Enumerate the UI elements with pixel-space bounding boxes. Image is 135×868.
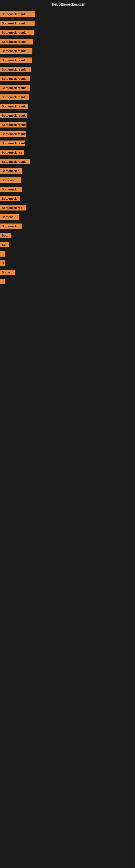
result-badge[interactable]: B	[0, 260, 5, 266]
result-badge[interactable]: Bottleneck	[0, 196, 20, 201]
result-badge[interactable]: Bott	[0, 233, 11, 238]
result-badge[interactable]: Bottleneck result	[0, 94, 29, 100]
result-item: Bottleneck result	[0, 58, 135, 63]
result-badge[interactable]: Bottleneck result	[0, 104, 28, 109]
result-badge[interactable]: Bo	[0, 242, 9, 247]
result-item: Bo	[0, 242, 135, 247]
result-item: Bottleneck result	[0, 122, 135, 127]
result-item: Bottleneck result	[0, 159, 135, 164]
result-badge[interactable]: Bottleneck result	[0, 11, 35, 17]
result-badge[interactable]: Bottleneck result	[0, 76, 30, 82]
result-badge[interactable]: Bottlene	[0, 214, 19, 220]
result-item: Bottleneck result	[0, 48, 135, 54]
result-item: Bottleneck res	[0, 150, 135, 155]
result-item: Bottleneck res	[0, 205, 135, 211]
result-badge[interactable]: |	[0, 279, 5, 284]
result-badge[interactable]: Bottleneck result	[0, 30, 34, 35]
result-item: Bottleneck r	[0, 168, 135, 174]
result-badge[interactable]: Bottleneck r	[0, 187, 21, 192]
result-item: Bottleneck result	[0, 85, 135, 91]
result-item: Bottleneck r	[0, 187, 135, 192]
result-badge[interactable]: Bottleneck result	[0, 141, 25, 146]
site-header: TheBottlenecker.com	[0, 0, 135, 9]
result-item: Bottlene	[0, 214, 135, 220]
result-badge[interactable]: Bottleneck res	[0, 205, 26, 211]
result-badge[interactable]: Bottleneck result	[0, 39, 33, 44]
result-badge[interactable]: Bottleneck result	[0, 131, 26, 137]
result-badge[interactable]: |	[0, 251, 5, 257]
result-item: |	[0, 279, 135, 284]
result-badge[interactable]: Bottle	[0, 270, 15, 275]
result-badge[interactable]: Bottleneck r	[0, 168, 22, 174]
result-badge[interactable]: Bottleneck result	[0, 113, 27, 118]
result-item: Bottleneck r	[0, 223, 135, 229]
result-badge[interactable]: Bottleneck result	[0, 159, 30, 164]
result-item: Bott	[0, 233, 135, 238]
result-item: |	[0, 251, 135, 257]
result-badge[interactable]: Bottleneck result	[0, 122, 27, 127]
result-item: Bottleneck result	[0, 113, 135, 118]
result-badge[interactable]: Bottleneck result	[0, 58, 32, 63]
result-item: Bottleneck result	[0, 11, 135, 17]
result-item: Bottleneck	[0, 196, 135, 201]
result-badge[interactable]: Bottlenec	[0, 177, 21, 183]
result-item: Bottleneck result	[0, 76, 135, 82]
result-badge[interactable]: Bottleneck r	[0, 223, 21, 229]
result-item: Bottleneck result	[0, 21, 135, 26]
result-item: Bottlenec	[0, 177, 135, 183]
result-badge[interactable]: Bottleneck result	[0, 48, 32, 54]
result-badge[interactable]: Bottleneck res	[0, 150, 24, 155]
result-badge[interactable]: Bottleneck result	[0, 67, 31, 72]
result-item: Bottleneck result	[0, 39, 135, 44]
result-item: Bottleneck result	[0, 67, 135, 72]
result-item: B	[0, 260, 135, 266]
result-item: Bottleneck result	[0, 131, 135, 137]
result-item: Bottle	[0, 270, 135, 275]
result-badge[interactable]: Bottleneck result	[0, 85, 30, 91]
result-item: Bottleneck result	[0, 104, 135, 109]
result-item: Bottleneck result	[0, 94, 135, 100]
result-item: Bottleneck result	[0, 141, 135, 146]
result-item: Bottleneck result	[0, 30, 135, 35]
result-badge[interactable]: Bottleneck result	[0, 21, 35, 26]
results-container: Bottleneck resultBottleneck resultBottle…	[0, 9, 135, 288]
